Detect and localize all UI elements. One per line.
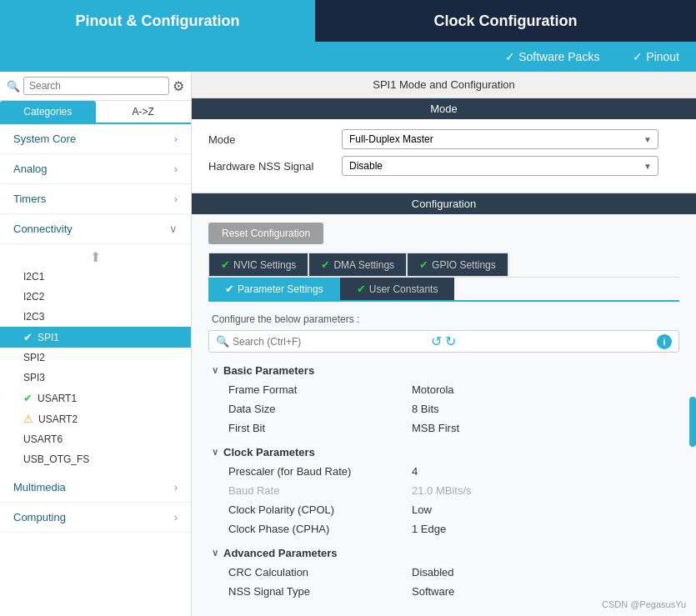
- connectivity-header[interactable]: Connectivity ∨: [0, 214, 191, 244]
- param-value: 1 Edge: [412, 523, 446, 535]
- sidebar-item-label: USART6: [23, 433, 63, 445]
- tab-label: User Constants: [369, 283, 438, 295]
- chevron-right-icon: ›: [174, 163, 178, 175]
- tab-bar: Categories A->Z: [0, 101, 191, 124]
- param-value: Low: [412, 503, 432, 516]
- connectivity-label: Connectivity: [13, 223, 73, 235]
- search-params-input[interactable]: [233, 336, 428, 348]
- sidebar-item-usb-otg-fs[interactable]: USB_OTG_FS: [0, 449, 191, 469]
- param-value: Disabled: [412, 566, 454, 578]
- tab-user-constants[interactable]: ✔ User Constants: [340, 278, 455, 300]
- group-label: Advanced Parameters: [223, 547, 338, 559]
- nav-label-system-core: System Core: [13, 133, 76, 145]
- sidebar-item-usart1[interactable]: ✔ USART1: [0, 388, 191, 408]
- tabs-row-1: ✔ NVIC Settings ✔ DMA Settings ✔ GPIO Se…: [208, 253, 679, 278]
- scrollbar[interactable]: [689, 397, 696, 447]
- hardware-nss-label: Hardware NSS Signal: [208, 160, 342, 173]
- mode-select-wrapper: Full-Duplex Master Half-Duplex Master Re…: [342, 129, 658, 149]
- info-icon[interactable]: i: [657, 334, 672, 349]
- tab-az[interactable]: A->Z: [96, 101, 192, 123]
- mode-section-header: Mode: [192, 98, 696, 119]
- param-value: Software: [412, 585, 454, 598]
- pinout-config-header[interactable]: Pinout & Configuration: [0, 0, 315, 42]
- reset-right-icon[interactable]: ↻: [445, 333, 456, 349]
- drag-handle-icon: ⬆: [0, 248, 191, 267]
- content-area: SPI1 Mode and Configuration Mode Mode Fu…: [192, 72, 696, 616]
- param-name: NSS Signal Type: [228, 585, 412, 598]
- clock-config-header[interactable]: Clock Configuration: [315, 0, 696, 42]
- sidebar: 🔍 ⚙ Categories A->Z System Core › Analog…: [0, 72, 192, 616]
- param-value: MSB First: [412, 422, 459, 434]
- tab-gpio-settings[interactable]: ✔ GPIO Settings: [407, 253, 508, 277]
- sidebar-item-spi2[interactable]: SPI2: [0, 348, 191, 368]
- sidebar-item-spi1[interactable]: ✔ SPI1: [0, 327, 191, 348]
- sidebar-item-usart2[interactable]: ⚠ USART2: [0, 408, 191, 429]
- param-crc-calculation: CRC Calculation Disabled: [208, 563, 679, 582]
- check-icon: ✔: [357, 283, 366, 295]
- check-icon: ✔: [321, 258, 330, 271]
- gear-icon[interactable]: ⚙: [173, 78, 184, 94]
- advanced-params-header[interactable]: ∨ Advanced Parameters: [208, 543, 679, 563]
- search-input[interactable]: [23, 77, 169, 95]
- sidebar-item-label: USB_OTG_FS: [23, 453, 89, 465]
- hardware-nss-field-row: Hardware NSS Signal Disable Enable: [208, 156, 679, 176]
- sidebar-item-i2c1[interactable]: I2C1: [0, 267, 191, 287]
- software-packs-link[interactable]: ✓ Software Packs: [505, 50, 599, 63]
- advanced-params-group: ∨ Advanced Parameters CRC Calculation Di…: [208, 543, 679, 601]
- sidebar-item-label: USART1: [38, 393, 77, 404]
- sidebar-item-label: I2C3: [23, 311, 44, 323]
- sidebar-item-usart6[interactable]: USART6: [0, 429, 191, 449]
- nav-item-analog[interactable]: Analog ›: [0, 154, 191, 184]
- nav-label-computing: Computing: [13, 511, 66, 523]
- mode-label: Mode: [208, 133, 342, 146]
- warning-icon: ⚠: [23, 413, 33, 425]
- nav-label-multimedia: Multimedia: [13, 481, 66, 493]
- param-value: 8 Bits: [412, 403, 439, 415]
- clock-config-title: Clock Configuration: [434, 13, 578, 30]
- check-icon: ✔: [225, 283, 234, 295]
- param-name: Frame Format: [228, 383, 412, 396]
- nav-item-system-core[interactable]: System Core ›: [0, 124, 191, 154]
- tab-categories[interactable]: Categories: [0, 101, 96, 123]
- config-section-header: Configuration: [192, 193, 696, 214]
- param-value: 4: [412, 465, 418, 478]
- hardware-nss-select-wrapper: Disable Enable: [342, 156, 658, 176]
- nav-list: System Core › Analog › Timers › Connecti…: [0, 124, 191, 616]
- param-name: Prescaler (for Baud Rate): [228, 465, 412, 478]
- sidebar-item-i2c3[interactable]: I2C3: [0, 307, 191, 327]
- tab-label: DMA Settings: [333, 259, 394, 271]
- search-icon: 🔍: [7, 80, 20, 93]
- pinout-link[interactable]: ✓ Pinout: [633, 50, 679, 63]
- chevron-down-icon: ∨: [212, 548, 218, 558]
- mode-select[interactable]: Full-Duplex Master Half-Duplex Master Re…: [342, 129, 658, 149]
- param-name: CRC Calculation: [228, 566, 412, 578]
- nav-item-multimedia[interactable]: Multimedia ›: [0, 473, 191, 503]
- reset-left-icon[interactable]: ↺: [431, 333, 442, 349]
- sidebar-item-label: I2C2: [23, 291, 44, 303]
- hardware-nss-select[interactable]: Disable Enable: [342, 156, 658, 176]
- param-nss-signal-type: NSS Signal Type Software: [208, 582, 679, 601]
- basic-params-header[interactable]: ∨ Basic Parameters: [208, 361, 679, 380]
- tab-parameter-settings[interactable]: ✔ Parameter Settings: [208, 278, 340, 300]
- param-prescaler: Prescaler (for Baud Rate) 4: [208, 462, 679, 481]
- sidebar-item-spi3[interactable]: SPI3: [0, 368, 191, 388]
- sidebar-item-label: SPI2: [23, 352, 45, 363]
- sidebar-item-i2c2[interactable]: I2C2: [0, 287, 191, 307]
- sidebar-item-label: USART2: [38, 413, 78, 425]
- nav-item-computing[interactable]: Computing ›: [0, 503, 191, 533]
- pinout-config-title: Pinout & Configuration: [76, 13, 240, 30]
- tab-dma-settings[interactable]: ✔ DMA Settings: [308, 253, 407, 277]
- search-bar: 🔍 ⚙: [0, 72, 191, 101]
- tab-nvic-settings[interactable]: ✔ NVIC Settings: [208, 253, 308, 277]
- group-label: Basic Parameters: [223, 364, 314, 377]
- mode-field-row: Mode Full-Duplex Master Half-Duplex Mast…: [208, 129, 679, 149]
- check-icon: ✔: [221, 258, 230, 271]
- param-clock-polarity: Clock Polarity (CPOL) Low: [208, 500, 679, 519]
- clock-params-header[interactable]: ∨ Clock Parameters: [208, 443, 679, 462]
- group-label: Clock Parameters: [223, 446, 315, 458]
- nav-item-timers[interactable]: Timers ›: [0, 184, 191, 214]
- param-value: Motorola: [412, 383, 454, 396]
- content-title: SPI1 Mode and Configuration: [192, 72, 696, 98]
- reset-config-button[interactable]: Reset Configuration: [208, 223, 323, 244]
- clock-params-group: ∨ Clock Parameters Prescaler (for Baud R…: [208, 443, 679, 538]
